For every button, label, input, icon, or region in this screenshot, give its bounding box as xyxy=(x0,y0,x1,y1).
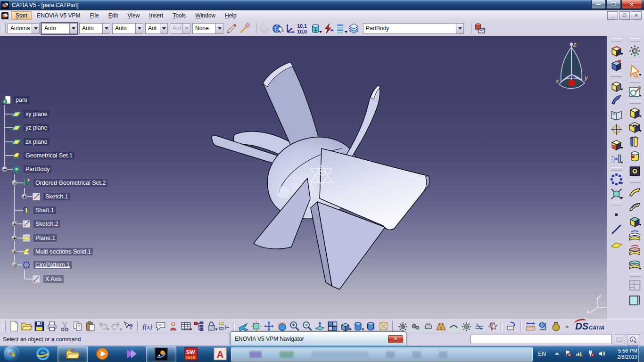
show-desktop-button[interactable] xyxy=(638,346,644,362)
lock-icon[interactable] xyxy=(205,320,218,332)
curved-pad-icon[interactable] xyxy=(609,93,624,107)
toolbar-grip[interactable] xyxy=(629,80,641,83)
shaft-feature-icon[interactable] xyxy=(627,134,642,149)
multi-view-icon[interactable] xyxy=(326,320,339,332)
toolbar-grip[interactable] xyxy=(629,180,641,183)
clock[interactable]: 5:56 PM 2/8/2019 xyxy=(613,348,637,360)
multi-sections-solid-icon[interactable] xyxy=(627,228,642,243)
removed-multi-sections-icon[interactable] xyxy=(627,243,642,257)
tree-expander-expand[interactable]: + xyxy=(22,194,27,199)
language-indicator[interactable]: EN xyxy=(538,351,546,357)
toolbar-grip[interactable] xyxy=(611,167,622,171)
tree-item-zx-plane[interactable]: zx plane xyxy=(12,137,50,147)
view-compass[interactable]: z x y xyxy=(553,41,590,91)
propeller-model[interactable] xyxy=(198,52,443,302)
sectioning-icon[interactable] xyxy=(473,320,486,332)
new-icon[interactable] xyxy=(8,320,20,332)
tree-item-multi-sections-solid-1[interactable]: Multi-sections Solid.1 xyxy=(22,247,93,256)
info-button[interactable]: i xyxy=(627,334,639,346)
rib-icon[interactable] xyxy=(627,184,642,199)
dialog-expand-button[interactable] xyxy=(613,334,625,346)
scaling-icon[interactable] xyxy=(609,187,624,201)
window-restore-button[interactable]: ❐ xyxy=(606,0,621,9)
relations-icon[interactable]: }= xyxy=(218,320,231,332)
pocket-icon[interactable] xyxy=(627,120,642,134)
frame-grid-icon[interactable] xyxy=(627,278,642,293)
line-icon[interactable] xyxy=(609,222,624,237)
tree-item-xy-plane[interactable]: xy plane xyxy=(12,109,50,119)
autocad-icon[interactable]: A xyxy=(206,346,235,362)
menu-file[interactable]: File xyxy=(85,11,103,20)
thick-surface-icon[interactable] xyxy=(627,257,642,272)
reactions-icon[interactable] xyxy=(192,320,205,332)
graphic-properties-combo-0[interactable]: Automa xyxy=(8,23,40,34)
tree-item-x-axis[interactable]: X Axis xyxy=(32,274,64,284)
power-plug-icon[interactable] xyxy=(586,349,595,358)
remove-face-icon[interactable] xyxy=(609,137,624,151)
menu-window[interactable]: Window xyxy=(191,11,220,20)
tree-expander-expand[interactable]: + xyxy=(12,235,17,241)
chevron-down-icon[interactable] xyxy=(102,24,110,33)
select-arrow-icon[interactable] xyxy=(627,64,642,78)
toolbar-grip[interactable] xyxy=(253,23,256,33)
menu-view[interactable]: View xyxy=(123,11,144,20)
sketch-icon[interactable] xyxy=(627,84,642,99)
tree-item-sketch-2[interactable]: Sketch.2 xyxy=(22,219,60,229)
magic-wand-icon[interactable] xyxy=(238,22,251,35)
surface-curvature-icon[interactable] xyxy=(447,320,460,332)
solid-block-icon[interactable] xyxy=(609,78,624,93)
catalog-icon[interactable] xyxy=(473,22,486,35)
tree-item-partbody[interactable]: PartBody xyxy=(12,165,51,174)
graphic-properties-combo-6[interactable]: None xyxy=(192,23,223,34)
menu-tools[interactable]: Tools xyxy=(168,11,190,20)
power-input-field[interactable] xyxy=(471,335,612,344)
fly-icon[interactable] xyxy=(237,320,250,332)
plane-feature-icon[interactable] xyxy=(609,237,624,251)
enovia-navigator-window[interactable]: ENOVIA V5 VPM Navigator ✕ xyxy=(230,331,406,346)
shading-icon[interactable] xyxy=(352,320,364,332)
cut-icon[interactable] xyxy=(58,320,71,332)
toolbar-grip[interactable] xyxy=(611,38,622,41)
settings-gear-icon[interactable] xyxy=(627,43,642,58)
shading-edges-icon[interactable] xyxy=(364,320,377,332)
slot-icon[interactable] xyxy=(627,199,642,214)
measure-item-icon[interactable] xyxy=(537,320,550,332)
open-icon[interactable] xyxy=(20,320,33,332)
fly-mode-icon[interactable] xyxy=(271,22,284,35)
wireframe-icon[interactable] xyxy=(377,320,390,332)
undo-icon[interactable] xyxy=(97,320,109,332)
graphic-properties-combo-3[interactable]: Auto xyxy=(112,23,143,34)
layers-icon[interactable] xyxy=(347,22,360,35)
circular-pattern-icon[interactable] xyxy=(609,172,624,187)
list-icon[interactable] xyxy=(335,22,347,35)
tree-expander-expand[interactable]: + xyxy=(12,249,17,255)
tree-item-circpattern-1[interactable]: CircPattern.1 xyxy=(22,260,72,270)
network-icon[interactable] xyxy=(575,349,584,358)
toolbar-overflow-chevron[interactable]: » xyxy=(565,323,569,330)
point-icon[interactable] xyxy=(609,207,624,222)
tolerance-analysis-icon[interactable] xyxy=(422,320,435,332)
chevron-down-icon[interactable] xyxy=(160,24,167,33)
tree-item-sketch-1[interactable]: Sketch.1 xyxy=(32,192,70,201)
zoom-in-icon[interactable] xyxy=(288,320,301,332)
measure-icon[interactable] xyxy=(505,320,518,332)
toolbar-grip[interactable] xyxy=(2,321,6,331)
tree-item-yz-plane[interactable]: yz plane xyxy=(12,123,50,132)
toolbar-grip[interactable] xyxy=(629,273,641,277)
action-center-icon[interactable] xyxy=(564,349,573,358)
chevron-down-icon[interactable] xyxy=(135,24,143,33)
frame-window-icon[interactable] xyxy=(627,293,642,307)
translate-icon[interactable] xyxy=(609,151,624,166)
toolbar-grip[interactable] xyxy=(2,23,6,33)
solidworks-2016-icon[interactable]: SW2016 xyxy=(176,346,206,362)
paintbrush-icon[interactable] xyxy=(225,22,238,35)
chevron-down-icon[interactable] xyxy=(215,24,223,33)
draft-analysis-icon[interactable] xyxy=(435,320,447,332)
hole-icon[interactable] xyxy=(627,164,642,178)
tree-item-shaft-1[interactable]: Shaft.1 xyxy=(22,206,56,215)
knowledge-inspector-icon[interactable] xyxy=(167,320,180,332)
normal-view-icon[interactable] xyxy=(314,320,326,332)
measure-inertia-icon[interactable] xyxy=(550,320,562,332)
toolbar-grip[interactable] xyxy=(611,74,622,77)
tree-item-pare[interactable]: pare xyxy=(2,95,29,105)
